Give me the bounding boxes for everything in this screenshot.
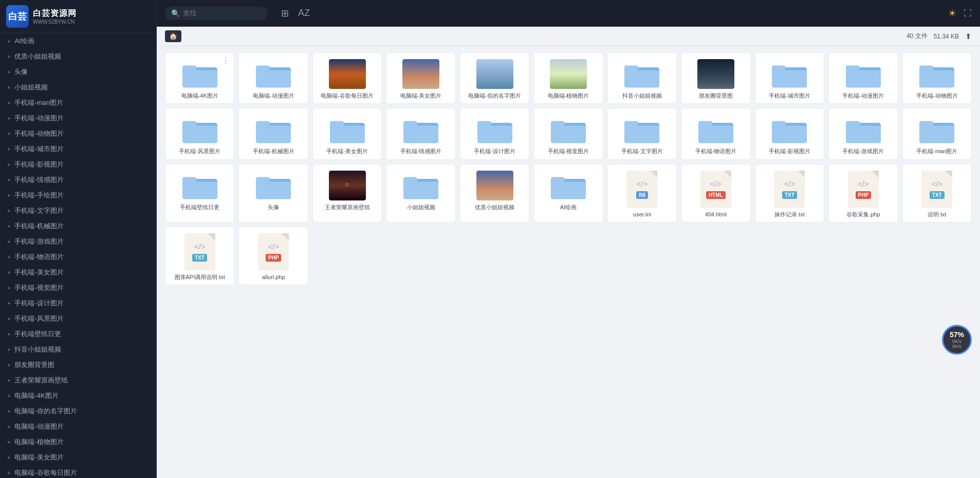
file-item[interactable]: 电脑端-美女图片 [386, 52, 455, 104]
theme-toggle-button[interactable]: ☀ [948, 8, 956, 19]
sidebar-item-4[interactable]: +手机端-man图片 [0, 95, 156, 111]
sidebar-item-10[interactable]: +手机端-手绘图片 [0, 188, 156, 203]
file-item[interactable]: ⋮ 电脑端-4K图片 [165, 52, 234, 104]
file-grid-area: ⋮ 电脑端-4K图片 电脑端-动漫图片电脑端-谷歌每日图片电脑端-美女图片电脑端… [157, 46, 980, 478]
file-item[interactable]: </> HTML 404.html [681, 164, 750, 223]
svg-rect-52 [182, 181, 217, 199]
sidebar-item-7[interactable]: +手机端-城市图片 [0, 141, 156, 157]
sidebar-item-26[interactable]: +电脑端-植物图片 [0, 434, 156, 450]
sidebar-item-label: 手机端-设计图片 [14, 299, 63, 308]
file-item[interactable]: 抖音小姐姐视频 [607, 52, 677, 104]
file-item[interactable]: 手机端-动漫图片 [828, 52, 898, 104]
sidebar-item-3[interactable]: +小姐姐视频 [0, 80, 156, 95]
file-item[interactable]: 不王者荣耀原画壁纸 [312, 164, 382, 223]
file-item[interactable]: 手机端-美女图片 [312, 108, 382, 159]
file-item[interactable]: 电脑端-动漫图片 [238, 52, 308, 104]
sidebar-item-11[interactable]: +手机端-文字图片 [0, 203, 156, 218]
file-item[interactable]: 电脑端-谷歌每日图片 [312, 52, 382, 104]
svg-rect-10 [772, 70, 807, 87]
file-item[interactable]: </> TXT 说明.txt [902, 164, 972, 223]
sidebar-plus-icon: + [7, 69, 10, 75]
file-item[interactable]: 手机端-文字图片 [607, 108, 677, 159]
file-item-label: 电脑端-美女图片 [400, 92, 442, 99]
sidebar-item-17[interactable]: +手机端-设计图片 [0, 296, 156, 311]
file-item[interactable]: </> TXT 图库API调用说明.txt [165, 227, 234, 285]
svg-rect-55 [256, 181, 291, 199]
sidebar-item-14[interactable]: +手机端-物语图片 [0, 249, 156, 265]
sidebar-item-13[interactable]: +手机端-游戏图片 [0, 234, 156, 249]
svg-rect-1 [182, 70, 217, 87]
sidebar-item-27[interactable]: +电脑端-美女图片 [0, 450, 156, 465]
file-item[interactable]: </> PHP allurl.php [238, 227, 308, 285]
svg-rect-14 [846, 65, 860, 71]
more-options-button[interactable]: ⋮ [221, 56, 230, 66]
fullscreen-button[interactable]: ⛶ [964, 9, 972, 18]
file-item-label: 手机端-风景图片 [179, 148, 220, 155]
sidebar-item-16[interactable]: +手机端-视觉图片 [0, 280, 156, 296]
sort-az-button[interactable]: AZ [296, 6, 312, 21]
sidebar-item-0[interactable]: +AI绘画 [0, 33, 156, 49]
file-item[interactable]: 手机端-动物图片 [902, 52, 972, 104]
file-item[interactable]: 手机端-风景图片 [165, 108, 234, 159]
file-item[interactable]: 手机端-游戏图片 [828, 108, 898, 159]
sidebar-item-25[interactable]: +电脑端-动漫图片 [0, 419, 156, 434]
file-item-label: 电脑端-动漫图片 [253, 92, 294, 99]
sidebar-item-label: AI绘画 [14, 36, 34, 46]
upload-button[interactable]: ⬆ [965, 32, 972, 41]
svg-rect-13 [846, 70, 881, 87]
file-item-label: 手机端-动物图片 [916, 92, 958, 99]
file-item[interactable]: 手机端-影视图片 [755, 108, 824, 159]
search-icon: 🔍 [171, 9, 180, 17]
svg-rect-20 [182, 121, 196, 127]
file-item[interactable]: </> TXT 操作记录.txt [755, 164, 824, 223]
file-item[interactable]: 手机端-物语图片 [681, 108, 750, 159]
file-item[interactable]: 手机端-城市图片 [755, 52, 824, 104]
file-item[interactable]: 朋友圈背景图 [681, 52, 750, 104]
sidebar-item-8[interactable]: +手机端-影视图片 [0, 157, 156, 172]
speed-widget: 57% 0K/s 0K/s [942, 325, 972, 355]
sidebar-item-18[interactable]: +手机端-风景图片 [0, 311, 156, 326]
sidebar-item-15[interactable]: +手机端-美女图片 [0, 265, 156, 280]
sidebar-item-label: 小姐姐视频 [14, 83, 48, 92]
sidebar-item-12[interactable]: +手机端-机械图片 [0, 218, 156, 234]
sidebar-item-20[interactable]: +抖音小姐姐视频 [0, 342, 156, 357]
home-icon: 🏠 [169, 32, 177, 40]
sidebar-item-19[interactable]: +手机端壁纸日更 [0, 326, 156, 342]
file-item[interactable]: 电脑端-你的名字图片 [460, 52, 529, 104]
file-item[interactable]: 手机端-设计图片 [460, 108, 529, 159]
svg-rect-32 [477, 121, 491, 127]
sidebar-item-label: 手机端-影视图片 [14, 160, 63, 169]
file-item[interactable]: 手机端-情感图片 [386, 108, 455, 159]
file-item[interactable]: 头像 [238, 164, 308, 223]
layout-toggle-button[interactable]: ⊞ [279, 6, 291, 21]
search-box[interactable]: 🔍 [165, 7, 268, 20]
file-item[interactable]: 手机端壁纸日更 [165, 164, 234, 223]
sidebar-plus-icon: + [7, 454, 10, 461]
sidebar-plus-icon: + [7, 254, 10, 260]
sidebar-item-2[interactable]: +头像 [0, 64, 156, 80]
home-button[interactable]: 🏠 [165, 30, 181, 42]
sidebar-item-22[interactable]: +王者荣耀原画壁纸 [0, 373, 156, 388]
file-item-label: 朋友圈背景图 [699, 92, 733, 99]
file-item[interactable]: 电脑端-植物图片 [533, 52, 603, 104]
file-item[interactable]: </> INI user.ini [607, 164, 677, 223]
sidebar-item-6[interactable]: +手机端-动物图片 [0, 126, 156, 141]
file-item[interactable]: 优质小姐姐视频 [460, 164, 529, 223]
sidebar-item-1[interactable]: +优质小姐姐视频 [0, 49, 156, 64]
sidebar-item-24[interactable]: +电脑端-你的名字图片 [0, 403, 156, 419]
file-item[interactable]: 手机端-视觉图片 [533, 108, 603, 159]
sidebar-item-9[interactable]: +手机端-情感图片 [0, 172, 156, 188]
search-input[interactable] [183, 9, 260, 17]
sidebar-item-5[interactable]: +手机端-动漫图片 [0, 111, 156, 126]
file-item[interactable]: 手机端-man图片 [902, 108, 972, 159]
file-item[interactable]: 小姐姐视频 [386, 164, 455, 223]
svg-rect-22 [256, 126, 291, 143]
sidebar-item-28[interactable]: +电脑端-谷歌每日图片 [0, 465, 156, 478]
file-item[interactable]: </> PHP 谷歌采集.php [828, 164, 898, 223]
sidebar-item-23[interactable]: +电脑端-4K图片 [0, 388, 156, 403]
file-item-label: 抖音小姐姐视频 [622, 92, 662, 99]
file-item[interactable]: 手机端-机械图片 [238, 108, 308, 159]
sidebar-item-21[interactable]: +朋友圈背景图 [0, 357, 156, 373]
file-item[interactable]: AI绘画 [533, 164, 603, 223]
svg-rect-4 [256, 70, 291, 87]
